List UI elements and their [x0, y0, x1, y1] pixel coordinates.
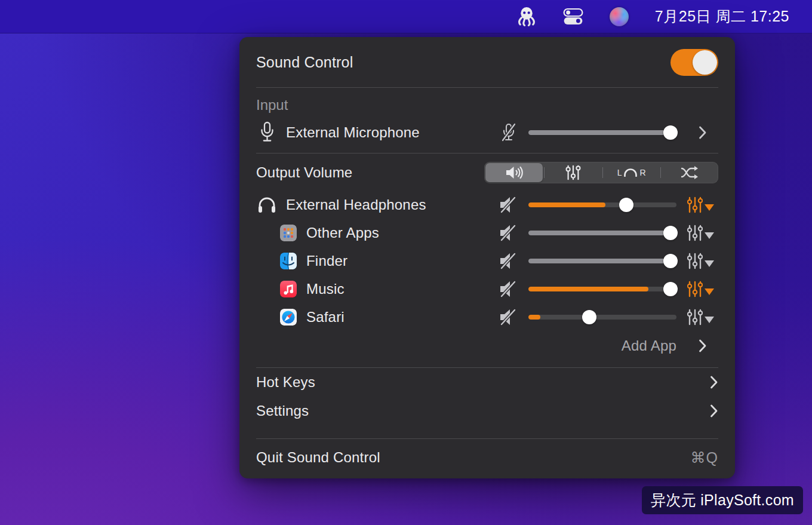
dropdown-triangle-icon — [705, 288, 714, 295]
slider-fill — [528, 287, 648, 291]
slider-track — [528, 130, 676, 135]
equalizer-icon — [687, 196, 703, 214]
slider-track — [528, 315, 676, 320]
app-row-music[interactable]: Music — [256, 275, 718, 303]
app-row-safari[interactable]: Safari — [256, 303, 718, 331]
add-app-label: Add App — [622, 337, 676, 354]
app-eq-dropdown-button[interactable] — [687, 308, 718, 326]
app-eq-dropdown-button[interactable] — [687, 252, 718, 270]
slider-fill — [528, 202, 605, 207]
segment-balance[interactable]: L R — [603, 163, 660, 182]
output-mode-segmented-control: L R — [484, 162, 718, 183]
microphone-icon — [256, 121, 278, 144]
finder-icon — [280, 253, 297, 269]
slider-knob[interactable] — [663, 125, 678, 140]
output-device-row[interactable]: External Headphones — [256, 191, 718, 219]
input-section-label: Input — [256, 96, 718, 115]
slider-fill — [528, 130, 670, 135]
slider-fill — [528, 315, 540, 320]
slider-track — [528, 202, 676, 207]
equalizer-icon — [687, 308, 703, 326]
dropdown-triangle-icon — [705, 204, 714, 211]
app-eq-dropdown-button[interactable] — [687, 224, 718, 242]
slider-fill — [528, 259, 670, 263]
menu-item-hot-keys[interactable]: Hot Keys — [256, 368, 718, 397]
sound-control-panel: Sound Control Input External Microphone — [239, 37, 735, 478]
input-chevron-right-icon[interactable] — [687, 125, 718, 140]
control-center-icon[interactable] — [563, 6, 583, 27]
app-eq-dropdown-button[interactable] — [687, 280, 718, 298]
app-name: Other Apps — [306, 225, 379, 241]
app-row-finder[interactable]: Finder — [256, 247, 718, 275]
add-app-chevron-icon — [687, 339, 718, 353]
slider-knob[interactable] — [582, 310, 596, 324]
safari-icon — [280, 309, 297, 326]
balance-right-label: R — [639, 168, 645, 177]
app-volume-slider[interactable] — [528, 310, 676, 324]
speaker-waves-icon — [505, 165, 523, 180]
divider — [256, 153, 718, 153]
mute-speaker-icon[interactable] — [499, 280, 519, 298]
quit-row[interactable]: Quit Sound Control ⌘Q — [256, 439, 718, 476]
menu-item-settings[interactable]: Settings — [256, 397, 718, 425]
divider — [256, 87, 718, 88]
app-name: Safari — [306, 309, 345, 326]
input-volume-slider[interactable] — [528, 125, 676, 140]
mute-speaker-icon[interactable] — [499, 224, 519, 242]
equalizer-icon — [687, 280, 703, 298]
app-volume-slider[interactable] — [528, 282, 676, 296]
output-section-label: Output Volume — [256, 164, 352, 181]
segment-volume[interactable] — [485, 163, 543, 182]
device-volume-slider[interactable] — [528, 198, 676, 212]
headphones-icon — [256, 197, 278, 213]
mute-speaker-icon[interactable] — [499, 196, 519, 214]
hot-keys-label: Hot Keys — [256, 374, 315, 391]
master-enable-toggle[interactable] — [670, 49, 718, 76]
headphone-arc-icon — [623, 168, 638, 177]
shuffle-icon — [681, 165, 699, 180]
app-volume-slider[interactable] — [528, 254, 676, 268]
dropdown-triangle-icon — [705, 232, 714, 239]
panel-title: Sound Control — [256, 54, 353, 71]
output-device-name: External Headphones — [286, 197, 426, 213]
slider-track — [528, 259, 676, 263]
equalizer-icon — [687, 224, 703, 242]
add-app-row[interactable]: Add App — [256, 331, 718, 360]
other-apps-icon — [280, 225, 297, 241]
output-header-row: Output Volume — [256, 155, 718, 191]
sound-control-octopus-icon[interactable] — [516, 6, 537, 27]
siri-icon[interactable] — [610, 7, 629, 26]
equalizer-icon — [565, 164, 581, 181]
quit-shortcut: ⌘Q — [691, 449, 718, 466]
segment-routing[interactable] — [661, 163, 718, 182]
toggle-knob — [693, 50, 717, 75]
chevron-right-icon — [710, 375, 718, 389]
mic-mute-icon[interactable] — [499, 122, 519, 143]
input-device-row[interactable]: External Microphone — [256, 115, 718, 151]
app-volume-slider[interactable] — [528, 226, 676, 240]
menu-bar-clock[interactable]: 7月25日 周二 17:25 — [655, 7, 789, 26]
device-eq-dropdown-button[interactable] — [687, 196, 718, 214]
input-device-name: External Microphone — [286, 124, 420, 141]
chevron-right-icon — [710, 404, 718, 418]
app-name: Music — [306, 281, 345, 297]
slider-knob[interactable] — [619, 198, 633, 212]
segment-equalizer[interactable] — [545, 163, 602, 182]
dropdown-triangle-icon — [705, 317, 714, 323]
mute-speaker-icon[interactable] — [499, 308, 519, 326]
slider-knob[interactable] — [663, 282, 678, 296]
equalizer-icon — [687, 252, 703, 270]
mute-speaker-icon[interactable] — [499, 252, 519, 270]
slider-knob[interactable] — [663, 226, 678, 240]
slider-track — [528, 231, 676, 235]
music-icon — [280, 281, 297, 297]
watermark: 异次元 iPlaySoft.com — [642, 486, 803, 514]
slider-knob[interactable] — [663, 254, 678, 268]
app-row-other-apps[interactable]: Other Apps — [256, 219, 718, 247]
menu-bar: 7月25日 周二 17:25 — [0, 0, 812, 33]
title-row: Sound Control — [256, 37, 718, 87]
settings-label: Settings — [256, 403, 309, 419]
slider-track — [528, 287, 676, 291]
balance-left-label: L — [617, 168, 622, 177]
app-name: Finder — [306, 253, 347, 269]
